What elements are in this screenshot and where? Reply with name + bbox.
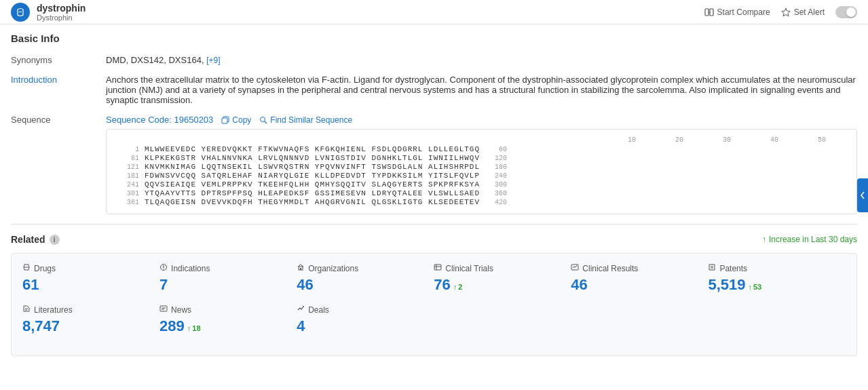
protein-name: dystrophin (37, 3, 86, 14)
trend-label: ↑ Increase in Last 30 days (762, 235, 857, 244)
stat-item[interactable]: Indications 7 (159, 263, 297, 305)
seq-data: QQVSIEAIQE VEMLPRPPKV TKEEHFQLHH QMHYSQQ… (145, 180, 480, 189)
header-right: Start Compare Set Alert (704, 6, 857, 18)
stats-grid: Drugs 61 Indications 7 Organizations 46 … (22, 263, 846, 346)
sequence-row: 361 TLQAQGEISN DVEVVKDQFH THEGYMMDLT AHQ… (117, 198, 846, 206)
stat-value: 4 (297, 317, 434, 335)
stat-item[interactable]: Patents 5,519 ↑53 (708, 263, 845, 305)
copy-icon (221, 116, 229, 124)
stat-value: 61 (22, 276, 159, 294)
trial-icon (434, 263, 442, 273)
svg-rect-5 (222, 118, 227, 123)
stat-item[interactable]: Clinical Results 46 (571, 263, 708, 305)
org-icon (297, 263, 305, 273)
stat-delta: ↑2 (453, 283, 463, 291)
lit-icon (22, 305, 31, 315)
sequence-row: 241 QQVSIEAIQE VEMLPRPPKV TKEEHFQLHH QMH… (117, 180, 846, 189)
compare-icon (704, 7, 714, 17)
start-compare-button[interactable]: Start Compare (704, 7, 770, 17)
svg-point-25 (303, 306, 304, 307)
stat-item[interactable]: Literatures 8,747 (22, 305, 159, 346)
stat-item[interactable]: Deals 4 (297, 305, 434, 346)
alert-icon (781, 7, 791, 17)
svg-rect-22 (160, 306, 167, 311)
seq-start-num: 61 (117, 155, 145, 162)
header-left: dystrophin Dystrophin (11, 3, 86, 22)
find-similar-button[interactable]: Find Similar Sequence (259, 115, 352, 125)
stat-category: Deals (297, 305, 434, 315)
seq-data: KNVMKNIMAG LQQTNSEKIL LSWVRQSTRN YPQVNVI… (145, 163, 480, 171)
stat-category: Clinical Trials (434, 263, 571, 273)
sequence-label: Sequence (11, 115, 106, 125)
stat-value: 76 ↑2 (434, 276, 571, 294)
seq-end-num: 360 (480, 190, 507, 197)
indication-icon (159, 263, 168, 273)
seq-start-num: 361 (117, 199, 145, 206)
stats-area: Drugs 61 Indications 7 Organizations 46 … (11, 253, 857, 356)
app-logo (11, 3, 30, 22)
main-content: Basic Info Synonyms DMD, DXS142, DXS164,… (0, 24, 868, 364)
protein-full-name: Dystrophin (37, 14, 86, 22)
seq-end-num: 420 (480, 199, 507, 206)
delta-arrow-icon: ↑ (187, 324, 191, 332)
svg-point-6 (261, 117, 265, 121)
sequence-row: 121 KNVMKNIMAG LQQTNSEKIL LSWVRQSTRN YPQ… (117, 163, 846, 171)
stat-value: 5,519 ↑53 (708, 276, 845, 294)
news-icon (159, 305, 168, 315)
set-alert-button[interactable]: Set Alert (781, 7, 825, 17)
svg-rect-13 (300, 268, 301, 270)
trend-arrow-icon: ↑ (762, 235, 766, 244)
introduction-label: Introduction (11, 75, 106, 85)
stat-category: Drugs (22, 263, 159, 273)
toggle-knob (846, 7, 856, 17)
stat-item[interactable]: Clinical Trials 76 ↑2 (434, 263, 571, 305)
seq-start-num: 241 (117, 181, 145, 189)
sequence-row: 1 MLWWEEVEDC YEREDVQKKT FTKWVNAQFS KFGKQ… (117, 145, 846, 153)
synonyms-value: DMD, DXS142, DXS164, [+9] (106, 55, 857, 65)
seq-data: MLWWEEVEDC YEREDVQKKT FTKWVNAQFS KFGKQHI… (145, 145, 480, 153)
related-info-icon[interactable]: i (50, 235, 60, 245)
synonyms-more-badge[interactable]: [+9] (206, 56, 220, 65)
sequence-header: Sequence Code: 19650203 Copy (106, 115, 857, 125)
sequence-row: 61 KLPKEKGSTR VHALNNVNKA LRVLQNNNVD LVNI… (117, 154, 846, 162)
stat-value: 289 ↑18 (159, 317, 297, 335)
deal-icon (297, 305, 305, 315)
stat-category: Indications (159, 263, 297, 273)
stat-value: 7 (159, 276, 297, 294)
seq-end-num: 60 (480, 146, 507, 153)
stat-category: Literatures (22, 305, 159, 315)
stat-category: Clinical Results (571, 263, 708, 273)
seq-start-num: 181 (117, 172, 145, 180)
sequence-viewer[interactable]: 1020304050 1 MLWWEEVEDC YEREDVQKKT FTKWV… (106, 129, 857, 214)
delta-arrow-icon: ↑ (453, 283, 457, 291)
svg-line-7 (265, 121, 267, 123)
sequence-value: Sequence Code: 19650203 Copy (106, 115, 857, 214)
expand-handle[interactable] (857, 178, 868, 212)
header-title-group: dystrophin Dystrophin (37, 3, 86, 22)
sequence-row: 181 FDWNSVVCQQ SATQRLEHAF NIARYQLGIE KLL… (117, 172, 846, 180)
stat-value: 46 (571, 276, 708, 294)
stat-value: 46 (297, 276, 434, 294)
find-similar-icon (259, 116, 267, 124)
stat-item[interactable]: Drugs 61 (22, 263, 159, 305)
related-header: Related i ↑ Increase in Last 30 days (11, 234, 857, 245)
stat-delta: ↑53 (748, 283, 761, 291)
expand-chevron-icon (860, 191, 865, 199)
seq-end-num: 180 (480, 163, 507, 171)
seq-end-num: 300 (480, 181, 507, 189)
alert-toggle[interactable] (835, 6, 857, 18)
header: dystrophin Dystrophin Start Compare Set … (0, 0, 868, 24)
svg-rect-1 (705, 9, 709, 16)
stat-category: Patents (708, 263, 845, 273)
copy-button[interactable]: Copy (221, 115, 251, 125)
stat-value: 8,747 (22, 317, 159, 335)
sequence-row: 301 YTQAAYVTTS DPTRSPFPSQ HLEAPEDKSF GSS… (117, 189, 846, 197)
stat-category: News (159, 305, 297, 315)
result-icon (571, 263, 579, 273)
seq-data: YTQAAYVTTS DPTRSPFPSQ HLEAPEDKSF GSSIMES… (145, 189, 480, 197)
svg-rect-14 (434, 265, 441, 270)
stat-item[interactable]: News 289 ↑18 (159, 305, 297, 346)
stat-item[interactable]: Organizations 46 (297, 263, 434, 305)
stat-delta: ↑18 (187, 324, 201, 332)
sequence-code: Sequence Code: 19650203 (106, 115, 213, 125)
